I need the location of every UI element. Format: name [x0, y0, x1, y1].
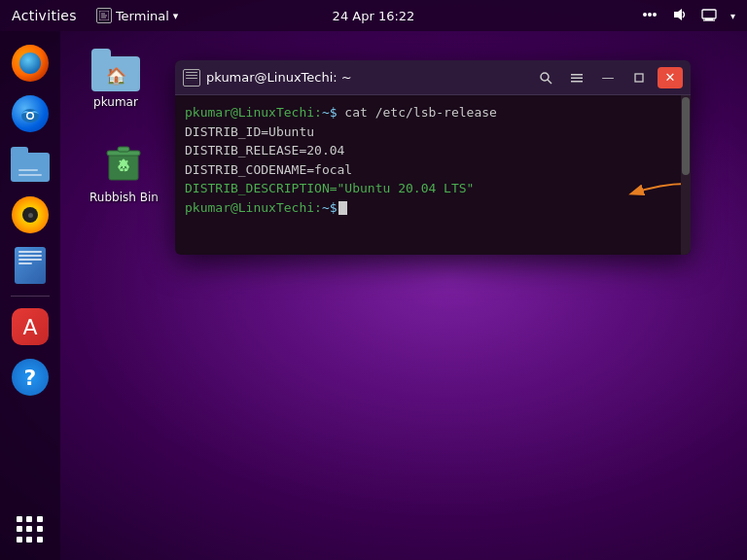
desktop-icon-rubbish[interactable]: ♻ Rubbish Bin	[86, 136, 162, 208]
terminal-title-text: pkumar@LinuxTechi: ~	[206, 70, 352, 85]
grid-dot	[37, 526, 43, 532]
terminal-page-line	[186, 78, 197, 80]
activities-button[interactable]: Activities	[0, 0, 89, 31]
top-panel: Activities Terminal ▾ 24 Apr 16:22	[0, 0, 747, 31]
dock-item-help[interactable]: ?	[8, 355, 53, 400]
prompt-path-2: ~$	[322, 200, 338, 215]
terminal-page-line	[186, 75, 197, 77]
grid-dot	[17, 537, 22, 542]
terminal-line-6: pkumar@LinuxTechi:~$	[185, 198, 681, 218]
grid-dot	[26, 516, 32, 522]
terminal-title-left: pkumar@LinuxTechi: ~	[183, 69, 352, 87]
rhythmbox-center	[28, 213, 33, 218]
scrollbar-thumb[interactable]	[682, 97, 690, 175]
grid-dot	[26, 526, 32, 532]
terminal-line-2: DISTRIB_ID=Ubuntu	[185, 122, 681, 142]
system-icon[interactable]	[697, 6, 721, 26]
terminal-content[interactable]: pkumar@LinuxTechi:~$ cat /etc/lsb-releas…	[175, 95, 691, 255]
writer-line-1	[18, 251, 42, 253]
tray-dropdown-icon[interactable]: ▾	[727, 9, 739, 23]
output-3: DISTRIB_CODENAME=focal	[185, 162, 352, 177]
app-dropdown-arrow[interactable]: ▾	[173, 10, 179, 22]
svg-point-5	[648, 13, 652, 17]
rhythmbox-icon	[12, 196, 49, 233]
svg-point-4	[643, 13, 647, 17]
grid-dot	[37, 516, 43, 522]
svg-text:♻: ♻	[117, 158, 130, 176]
appstore-icon: A	[12, 308, 49, 345]
thunderbird-icon	[12, 95, 49, 132]
prompt-1: pkumar@LinuxTechi:	[185, 105, 322, 120]
prompt-path-1: ~$	[322, 105, 338, 120]
writer-line-3	[18, 259, 42, 261]
rubbish-bin-icon: ♻	[100, 140, 147, 187]
prompt-2: pkumar@LinuxTechi:	[185, 200, 322, 215]
rhythmbox-inner	[22, 207, 38, 223]
minimize-button[interactable]: —	[595, 67, 621, 88]
dock-item-thunderbird[interactable]	[8, 91, 53, 136]
volume-icon[interactable]	[668, 6, 692, 26]
svg-rect-21	[571, 77, 583, 79]
files-icon	[11, 147, 50, 182]
svg-line-19	[548, 80, 551, 84]
svg-rect-8	[702, 10, 716, 18]
cursor	[338, 201, 347, 215]
help-icon: ?	[12, 359, 49, 396]
writer-line-4	[18, 262, 32, 264]
terminal-line-1: pkumar@LinuxTechi:~$ cat /etc/lsb-releas…	[185, 103, 681, 122]
maximize-button[interactable]	[626, 67, 652, 88]
dock-item-show-apps[interactable]	[8, 508, 53, 552]
svg-point-13	[28, 114, 33, 119]
output-4-highlight: DISTRIB_DESCRIPTION="Ubuntu 20.04 LTS"	[185, 181, 474, 195]
dock-item-appstore[interactable]: A	[8, 304, 53, 349]
svg-rect-20	[571, 74, 583, 76]
terminal-page-icon	[183, 69, 200, 87]
terminal-page-line	[186, 72, 197, 74]
app-name-label: Terminal	[116, 9, 169, 23]
terminal-title-right: — ✕	[533, 67, 683, 88]
network-icon[interactable]	[637, 6, 662, 26]
firefox-icon	[12, 45, 49, 82]
svg-rect-16	[118, 147, 129, 152]
close-button[interactable]: ✕	[658, 67, 683, 88]
dock-item-writer[interactable]	[8, 243, 53, 288]
grid-icon	[17, 516, 44, 543]
terminal-line-3: DISTRIB_RELEASE=20.04	[185, 141, 681, 160]
app-indicator[interactable]: Terminal ▾	[89, 0, 186, 31]
grid-dot	[37, 537, 43, 542]
dock-item-rhythmbox[interactable]	[8, 192, 53, 237]
terminal-app-icon	[96, 8, 112, 23]
rubbish-bin-label: Rubbish Bin	[89, 191, 159, 204]
svg-rect-22	[571, 81, 583, 83]
terminal-window: pkumar@LinuxTechi: ~ —	[175, 60, 691, 255]
svg-point-18	[541, 73, 549, 81]
output-2: DISTRIB_RELEASE=20.04	[185, 143, 344, 158]
command-1: cat /etc/lsb-release	[338, 105, 497, 120]
svg-point-6	[653, 13, 657, 17]
home-folder-icon: 🏠	[91, 49, 140, 91]
desktop: Activities Terminal ▾ 24 Apr 16:22	[0, 0, 747, 560]
grid-dot	[26, 537, 32, 542]
terminal-titlebar: pkumar@LinuxTechi: ~ —	[175, 60, 691, 95]
writer-line-2	[18, 255, 42, 257]
grid-dot	[17, 516, 22, 522]
system-tray: ▾	[637, 6, 747, 26]
scrollbar[interactable]	[681, 95, 691, 255]
output-1: DISTRIB_ID=Ubuntu	[185, 124, 314, 139]
home-folder-label: pkumar	[93, 95, 138, 109]
terminal-line-4: DISTRIB_CODENAME=focal	[185, 160, 681, 180]
search-button[interactable]	[533, 67, 558, 88]
terminal-line-5: DISTRIB_DESCRIPTION="Ubuntu 20.04 LTS"	[185, 179, 681, 198]
writer-icon	[15, 247, 46, 284]
dock-item-files[interactable]	[8, 142, 53, 187]
grid-dot	[17, 526, 22, 532]
dock: A ?	[0, 31, 60, 560]
svg-rect-23	[635, 74, 643, 82]
menu-button[interactable]	[564, 67, 589, 88]
datetime-display: 24 Apr 16:22	[333, 9, 415, 23]
dock-separator	[11, 296, 50, 297]
svg-marker-7	[674, 9, 682, 20]
desktop-icon-home[interactable]: 🏠 pkumar	[88, 45, 144, 113]
firefox-inner	[19, 52, 41, 74]
dock-item-firefox[interactable]	[8, 41, 53, 86]
